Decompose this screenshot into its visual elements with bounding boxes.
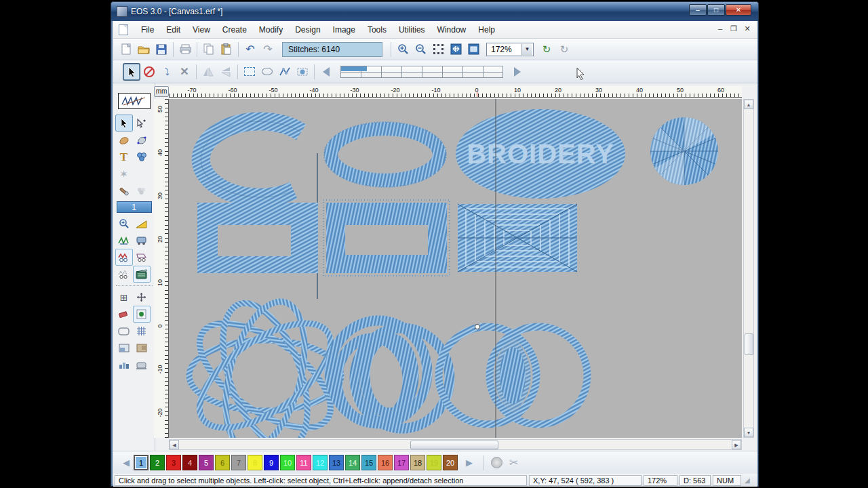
broidery-ellipse[interactable]: BROIDERY xyxy=(456,109,625,199)
scroll-down-button[interactable]: ▼ xyxy=(744,428,753,437)
cluster-tool[interactable] xyxy=(133,148,151,165)
select-by-stitch-button[interactable] xyxy=(277,64,293,80)
redraw-speed-slider[interactable] xyxy=(340,66,503,78)
ellipse-ring-stitch[interactable] xyxy=(324,122,446,187)
color-swatch-16[interactable]: 16 xyxy=(378,455,393,470)
select-tool-button[interactable] xyxy=(123,64,140,80)
mdi-restore-button[interactable]: ❐ xyxy=(729,24,738,34)
scroll-right-button[interactable]: ▶ xyxy=(732,440,741,449)
freehand-tool[interactable] xyxy=(115,131,133,148)
resize-grip[interactable]: ◢ xyxy=(745,476,750,484)
mdi-minimize-button[interactable]: – xyxy=(715,24,725,34)
palette-next-arrow[interactable]: ▶ xyxy=(466,458,473,468)
zoom-tool[interactable] xyxy=(115,215,133,232)
hoop-tool[interactable] xyxy=(115,323,133,340)
menu-utilities[interactable]: Utilities xyxy=(393,22,431,37)
align-grid-tool[interactable]: ⊞ xyxy=(115,289,133,306)
measure-tool[interactable] xyxy=(133,215,151,232)
color-swatch-2[interactable]: 2 xyxy=(150,455,165,470)
rect-tunnel[interactable] xyxy=(458,204,577,272)
image-show-tool[interactable] xyxy=(115,340,133,357)
reshape-tool[interactable] xyxy=(133,131,151,148)
flip-vertical-button[interactable] xyxy=(218,64,234,80)
color-swatch-3[interactable]: 3 xyxy=(166,455,181,470)
cancel-tool-button[interactable] xyxy=(141,64,157,80)
lasso-select-button[interactable] xyxy=(259,64,275,80)
scroll-up-button[interactable]: ▲ xyxy=(744,100,753,109)
delete-button[interactable]: ✕ xyxy=(176,64,193,80)
origin-node-marker[interactable] xyxy=(475,324,480,329)
text-tool[interactable]: T xyxy=(115,148,133,165)
color-swatch-10[interactable]: 10 xyxy=(280,455,295,470)
color-swatch-18[interactable]: 18 xyxy=(410,455,425,470)
menu-image[interactable]: Image xyxy=(327,22,361,37)
zoom-level-combo[interactable]: 172% ▼ xyxy=(486,43,534,56)
menu-design[interactable]: Design xyxy=(289,22,326,37)
spiro-mesh-circle[interactable] xyxy=(182,292,347,438)
color-swatch-14[interactable]: 14 xyxy=(345,455,360,470)
horizontal-scroll-thumb[interactable] xyxy=(410,441,498,449)
new-file-button[interactable] xyxy=(118,41,134,58)
trolley-tool[interactable] xyxy=(133,249,151,266)
layer-1-button[interactable]: 1 xyxy=(117,201,152,213)
color-swatch-1[interactable]: 1 xyxy=(134,455,149,470)
rect-satin-frame[interactable] xyxy=(323,200,450,276)
vertical-scrollbar[interactable]: ▲ ▼ xyxy=(743,99,754,438)
zoom-selection-button[interactable] xyxy=(430,41,446,58)
color-swatch-15[interactable]: 15 xyxy=(361,455,376,470)
flip-horizontal-button[interactable] xyxy=(200,64,216,80)
minimize-button[interactable]: – xyxy=(689,4,707,16)
dotwork-tool[interactable] xyxy=(115,266,133,283)
slow-redraw-back-button[interactable] xyxy=(318,64,334,80)
print-button[interactable] xyxy=(177,41,193,58)
refresh-button[interactable]: ↻ xyxy=(556,41,572,58)
rect-with-hole[interactable] xyxy=(197,203,318,273)
color-swatch-13[interactable]: 13 xyxy=(329,455,344,470)
color-stop-button[interactable] xyxy=(491,457,502,468)
fit-to-window-button[interactable] xyxy=(448,41,464,58)
color-swatch-19[interactable]: 19 xyxy=(427,455,441,470)
save-button[interactable] xyxy=(153,41,170,58)
insert-point-button[interactable]: ⤵ xyxy=(159,64,175,80)
open-file-button[interactable] xyxy=(136,41,152,58)
color-swatch-4[interactable]: 4 xyxy=(182,455,197,470)
undo-button[interactable]: ↶ xyxy=(242,41,258,58)
color-swatch-20[interactable]: 20 xyxy=(443,455,458,470)
zoom-out-button[interactable] xyxy=(412,41,429,58)
trim-scissors-button[interactable]: ✂ xyxy=(509,456,518,469)
grid-toggle-tool[interactable] xyxy=(133,323,151,340)
select-by-color-button[interactable] xyxy=(294,64,311,80)
menu-modify[interactable]: Modify xyxy=(253,22,289,37)
move-tool[interactable] xyxy=(133,289,151,306)
rect-select-button[interactable] xyxy=(241,64,258,80)
maximize-button[interactable]: □ xyxy=(707,4,725,16)
menu-create[interactable]: Create xyxy=(216,22,253,37)
menu-help[interactable]: Help xyxy=(472,22,501,37)
menu-window[interactable]: Window xyxy=(431,22,473,37)
interlocked-rings[interactable] xyxy=(330,321,450,428)
zoom-in-button[interactable] xyxy=(395,41,411,58)
image-dim-tool[interactable] xyxy=(133,340,151,357)
redwork-editor-tool[interactable] xyxy=(115,249,133,266)
ruler-unit-button[interactable]: mm xyxy=(154,86,169,97)
pin-tool[interactable] xyxy=(115,182,133,199)
horizontal-scrollbar[interactable]: ◀ ▶ xyxy=(169,439,742,450)
menu-edit[interactable]: Edit xyxy=(160,22,186,37)
stitch-preview-button[interactable] xyxy=(118,93,151,109)
color-swatch-12[interactable]: 12 xyxy=(313,455,328,470)
close-button[interactable]: ✕ xyxy=(726,4,751,16)
menu-tools[interactable]: Tools xyxy=(361,22,393,37)
palette-prev-arrow[interactable]: ◀ xyxy=(123,458,130,468)
vertical-scroll-thumb[interactable] xyxy=(745,333,753,355)
color-swatch-11[interactable]: 11 xyxy=(296,455,311,470)
show-hoop-button[interactable] xyxy=(465,41,481,58)
menu-view[interactable]: View xyxy=(186,22,216,37)
menu-file[interactable]: File xyxy=(135,22,160,37)
scroll-left-button[interactable]: ◀ xyxy=(170,440,179,449)
combo-dropdown-arrow[interactable]: ▼ xyxy=(521,44,532,55)
stitch-list-tool[interactable] xyxy=(115,232,133,249)
eraser-tool[interactable] xyxy=(115,306,133,323)
color-swatch-5[interactable]: 5 xyxy=(199,455,214,470)
select-tool[interactable] xyxy=(115,115,133,131)
machine-output-tool[interactable] xyxy=(133,232,151,249)
